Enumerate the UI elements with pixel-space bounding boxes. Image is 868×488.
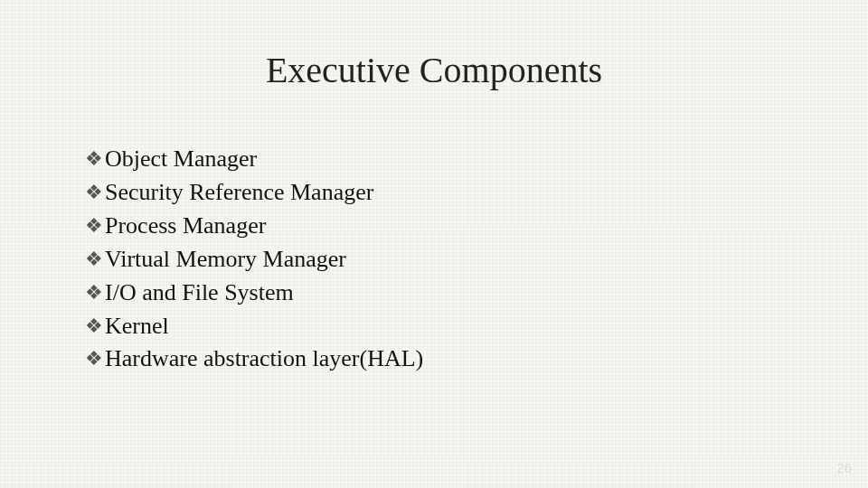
list-item: ❖ Kernel bbox=[85, 310, 814, 343]
diamond-bullet-icon: ❖ bbox=[85, 343, 105, 374]
slide-title: Executive Components bbox=[0, 49, 868, 91]
slide-body: ❖ Object Manager ❖ Security Reference Ma… bbox=[85, 143, 814, 376]
list-item-label: Kernel bbox=[105, 310, 169, 343]
diamond-bullet-icon: ❖ bbox=[85, 176, 105, 208]
list-item-label: Process Manager bbox=[105, 210, 266, 243]
slide: Executive Components ❖ Object Manager ❖ … bbox=[0, 0, 868, 488]
list-item-label: Object Manager bbox=[105, 143, 257, 176]
list-item-label: Security Reference Manager bbox=[105, 176, 373, 210]
list-item-label: Virtual Memory Manager bbox=[105, 243, 346, 277]
diamond-bullet-icon: ❖ bbox=[85, 310, 105, 342]
list-item: ❖ Hardware abstraction layer(HAL) bbox=[85, 343, 814, 376]
list-item-label: Hardware abstraction layer(HAL) bbox=[105, 343, 423, 376]
diamond-bullet-icon: ❖ bbox=[85, 210, 105, 241]
page-number: 26 bbox=[836, 460, 852, 475]
diamond-bullet-icon: ❖ bbox=[85, 143, 105, 174]
diamond-bullet-icon: ❖ bbox=[85, 243, 105, 275]
list-item-label: I/O and File System bbox=[105, 277, 294, 310]
list-item: ❖ Object Manager bbox=[85, 143, 814, 176]
diamond-bullet-icon: ❖ bbox=[85, 277, 105, 308]
list-item: ❖ I/O and File System bbox=[85, 277, 814, 310]
list-item: ❖ Process Manager bbox=[85, 210, 814, 243]
list-item: ❖ Security Reference Manager bbox=[85, 176, 814, 210]
list-item: ❖ Virtual Memory Manager bbox=[85, 243, 814, 277]
